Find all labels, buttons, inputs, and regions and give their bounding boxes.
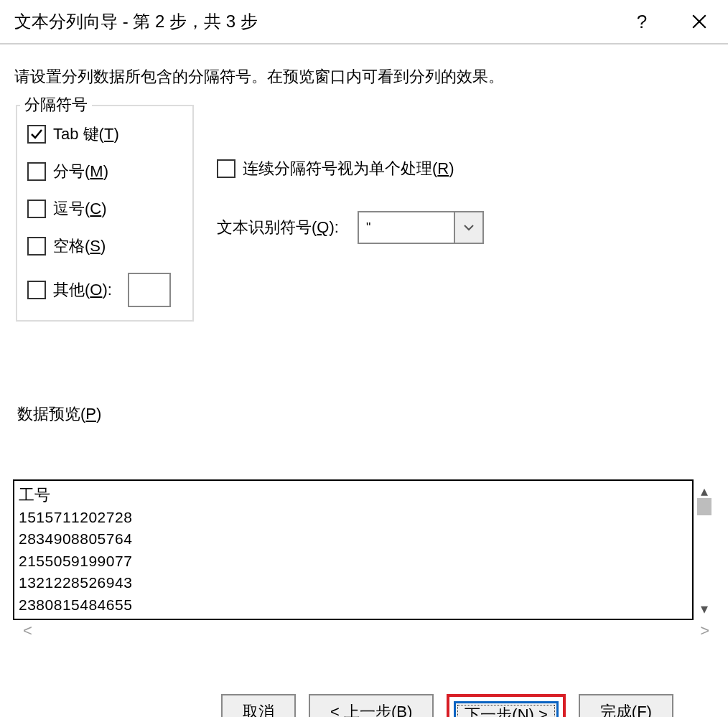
next-button[interactable]: 下一步(N) >	[454, 701, 559, 717]
preview-row: 2834908805764	[19, 528, 688, 550]
checkbox-consecutive[interactable]: 连续分隔符号视为单个处理(R)	[217, 158, 484, 179]
text-qualifier-value: "	[359, 212, 454, 243]
scroll-up-icon: ▴	[701, 484, 708, 498]
text-qualifier-combo[interactable]: "	[358, 211, 484, 244]
instruction-text: 请设置分列数据所包含的分隔符号。在预览窗口内可看到分列的效果。	[14, 66, 715, 88]
checkbox-icon	[217, 159, 235, 178]
delimiters-group: 分隔符号 Tab 键(T) 分号(M) 逗号(C) 空格(S)	[16, 105, 194, 322]
delimiters-legend: 分隔符号	[20, 94, 92, 116]
checkbox-semicolon[interactable]: 分号(M)	[27, 161, 182, 182]
preview-row: 2155059199077	[19, 550, 688, 572]
text-qualifier-label: 文本识别符号(Q):	[217, 217, 339, 238]
chevron-down-icon	[463, 224, 475, 231]
checkbox-icon	[27, 237, 46, 256]
checkbox-comma[interactable]: 逗号(C)	[27, 198, 182, 220]
help-button[interactable]: ?	[613, 0, 671, 44]
checkbox-icon	[27, 200, 46, 218]
button-bar: 取消 < 上一步(B) 下一步(N) > 完成(F)	[0, 694, 728, 717]
vertical-scrollbar[interactable]: ▴ ▾	[694, 479, 715, 620]
checkbox-icon	[27, 162, 46, 181]
preview-row: 1321228526943	[19, 572, 688, 594]
checkbox-other[interactable]: 其他(O):	[27, 273, 182, 307]
preview-header: 工号	[19, 484, 688, 507]
horizontal-scrollbar[interactable]: < >	[13, 620, 715, 642]
checkbox-icon	[27, 281, 46, 299]
preview-box: 工号 1515711202728 2834908805764 215505919…	[13, 479, 694, 620]
combo-dropdown-button[interactable]	[454, 212, 482, 243]
other-delimiter-input[interactable]	[128, 273, 171, 307]
scroll-thumb[interactable]	[697, 498, 711, 515]
check-icon	[29, 127, 44, 141]
cancel-button[interactable]: 取消	[221, 694, 296, 717]
finish-button[interactable]: 完成(F)	[579, 694, 673, 717]
scroll-right-icon: >	[700, 623, 709, 639]
checkbox-icon	[27, 125, 46, 144]
close-button[interactable]	[671, 0, 728, 44]
preview-row: 1515711202728	[19, 507, 688, 528]
next-button-highlight: 下一步(N) >	[447, 694, 566, 717]
checkbox-space[interactable]: 空格(S)	[27, 235, 182, 257]
title-bar: 文本分列向导 - 第 2 步，共 3 步 ?	[0, 0, 728, 44]
preview-label: 数据预览(P)	[17, 403, 715, 425]
scroll-left-icon: <	[23, 623, 32, 639]
window-title: 文本分列向导 - 第 2 步，共 3 步	[14, 10, 258, 33]
close-icon	[691, 14, 707, 29]
scroll-down-icon: ▾	[701, 601, 708, 616]
back-button[interactable]: < 上一步(B)	[309, 694, 434, 717]
checkbox-tab[interactable]: Tab 键(T)	[27, 123, 182, 145]
preview-row: 2380815484655	[19, 594, 688, 616]
preview-area: 工号 1515711202728 2834908805764 215505919…	[13, 479, 715, 642]
